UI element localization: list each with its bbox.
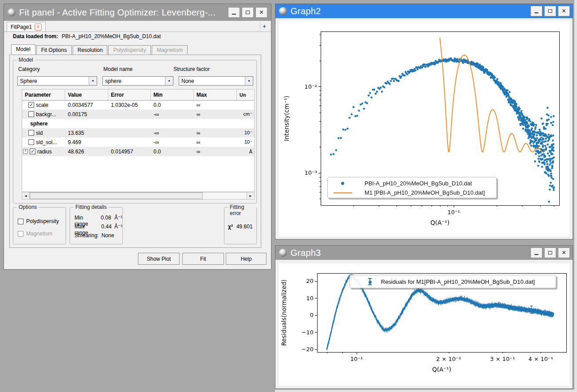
scroll-right-icon: ▶ [249,194,251,198]
sld-solvent-checkbox[interactable] [28,139,34,145]
scroll-right-button[interactable]: ▶ [247,192,254,199]
tab-model[interactable]: Model [11,44,35,55]
close-icon: × [259,9,263,16]
table-row-radius[interactable]: +✓radius 48.626 0.014957 0.0 ∞ Å [22,147,254,156]
fit-panel-title: Fit panel - Active Fitting Optimizer: Le… [19,8,216,18]
col-max[interactable]: Max [194,90,237,100]
expand-icon[interactable]: + [23,149,28,154]
col-units[interactable]: Un [237,90,254,100]
graph2-titlebar[interactable]: Graph2 [275,4,573,18]
table-row-scale[interactable]: ✓scale 0.0034577 1.0302e-05 0.0 ∞ [22,100,254,110]
errorbar-marker-icon [367,278,373,286]
table-row-sld[interactable]: sld 13.635 -∞ ∞ 10⁻ [22,128,254,137]
options-groupbox-label: Options [17,204,39,210]
model-name-label: Model name [103,66,133,72]
data-marker-icon [341,182,344,185]
polydispersity-checkbox[interactable] [18,219,24,224]
graph2-plot-canvas[interactable] [279,21,570,236]
maximize-button[interactable] [544,247,556,258]
col-parameter[interactable]: Parameter [22,90,65,100]
close-icon: × [562,8,566,15]
workspace-horizontal-scrollbar[interactable] [275,390,577,392]
data-loaded-value: PBI-A_pH10_20%MeOH_BgSub_D10.dat [62,33,161,39]
minimize-button[interactable] [530,6,542,16]
sld-checkbox[interactable] [28,130,34,136]
data-loaded-label: Data loaded from: [13,33,58,39]
close-icon: × [562,249,566,256]
scroll-left-icon: ◀ [24,194,27,198]
background-checkbox[interactable] [28,111,34,117]
tab-fitpage1[interactable]: FitPage1 × [7,22,46,31]
tab-fit-options[interactable]: Fit Options [36,45,72,55]
close-button[interactable]: × [558,247,570,258]
graph3-legend-label: Residuals for M1[PBI-A_pH10_20%MeOH_BgSu… [381,278,535,285]
graph2-window: Graph2 × PBI-A_pH10_20%MeOH_BgSub_D10.da… [275,4,573,239]
radius-checkbox[interactable]: ✓ [30,149,35,154]
scale-checkbox[interactable]: ✓ [28,102,34,108]
max-range-unit: Å⁻¹ [114,223,122,236]
model-groupbox-label: Model [17,57,35,63]
table-row-sphere-group[interactable]: sphere [22,119,254,128]
chevron-down-icon[interactable]: ▼ [89,77,97,85]
magnetism-label: Magnetism [26,231,52,237]
fit-button[interactable]: Fit [182,253,224,265]
maximize-button[interactable] [242,7,254,18]
scrollbar-thumb[interactable] [30,192,203,199]
chevron-down-icon[interactable]: ▼ [165,77,173,85]
col-error[interactable]: Error [108,90,151,100]
table-horizontal-scrollbar[interactable]: ◀ ▶ [22,192,255,200]
tab-magnetism: Magnetism [152,45,188,55]
add-fitpage-button[interactable]: + [260,22,268,31]
minimize-icon [232,14,236,15]
maximize-button[interactable] [544,6,556,16]
tab-close-icon[interactable]: × [35,24,42,31]
tab-fitpage1-label: FitPage1 [11,24,32,30]
graph2-legend[interactable]: PBI-A_pH10_20%MeOH_BgSub_D10.dat M1 [PBI… [327,177,497,198]
table-header-row: Parameter Value Error Min Max Un [22,90,254,101]
sasview-logo-icon [279,249,287,257]
tab-resolution[interactable]: Resolution [73,45,108,55]
workspace-vertical-scrollbar[interactable] [574,0,577,392]
structure-factor-select[interactable]: None ▼ [179,76,253,86]
close-button[interactable]: × [255,7,267,18]
smearing-label: Smearing: [75,232,99,239]
help-button[interactable]: Help [226,253,267,265]
parameter-table[interactable]: Parameter Value Error Min Max Un ✓scale … [22,89,255,192]
graph2-legend-data: PBI-A_pH10_20%MeOH_BgSub_D10.dat [365,180,472,187]
plus-icon: + [263,23,266,30]
model-line-icon [334,192,352,193]
graph3-title: Graph3 [290,248,321,258]
minimize-button[interactable] [228,7,240,18]
sasview-logo-icon [8,8,16,16]
fitting-error-label: Fitting error [228,204,256,216]
sasview-logo-icon [279,7,287,15]
options-groupbox: Options Polydispersity Magnetism [13,207,66,244]
polydispersity-label: Polydispersity [26,218,59,224]
scroll-left-button[interactable]: ◀ [22,192,30,199]
fitting-error-groupbox: Fitting error χ² 49.601 [224,207,257,244]
fitting-details-label: Fitting details [74,204,109,210]
show-plot-button[interactable]: Show Plot [138,253,180,265]
graph3-legend[interactable]: Residuals for M1[PBI-A_pH10_20%MeOH_BgSu… [349,275,556,288]
fit-panel-window: Fit panel - Active Fitting Optimizer: Le… [4,4,271,270]
smearing-value: None [102,232,114,239]
maximize-icon [548,251,552,255]
table-row-sld-solvent[interactable]: sld_sol... 9.469 -∞ ∞ 10⁻ [22,137,254,147]
magnetism-checkbox [18,231,24,237]
close-button[interactable]: × [558,6,570,16]
minimize-icon [534,254,538,255]
minimize-icon [534,12,538,13]
chi-squared-value: 49.601 [236,223,253,230]
graph2-title: Graph2 [290,6,321,16]
graph2-legend-model: M1 [PBI-A_pH10_20%MeOH_BgSub_D10.dat] [365,189,485,196]
model-name-select[interactable]: sphere ▼ [102,76,173,86]
graph3-titlebar[interactable]: Graph3 [275,246,573,260]
maximize-icon [548,9,552,13]
col-min[interactable]: Min [151,90,194,100]
col-value[interactable]: Value [65,90,108,100]
minimize-button[interactable] [530,247,542,258]
category-select[interactable]: Sphere ▼ [17,76,97,86]
table-row-background[interactable]: backgr... 0.00175 -∞ ∞ cm⁻ [22,110,254,119]
chevron-down-icon[interactable]: ▼ [245,77,253,85]
graph2-figure: PBI-A_pH10_20%MeOH_BgSub_D10.dat M1 [PBI… [279,21,570,236]
